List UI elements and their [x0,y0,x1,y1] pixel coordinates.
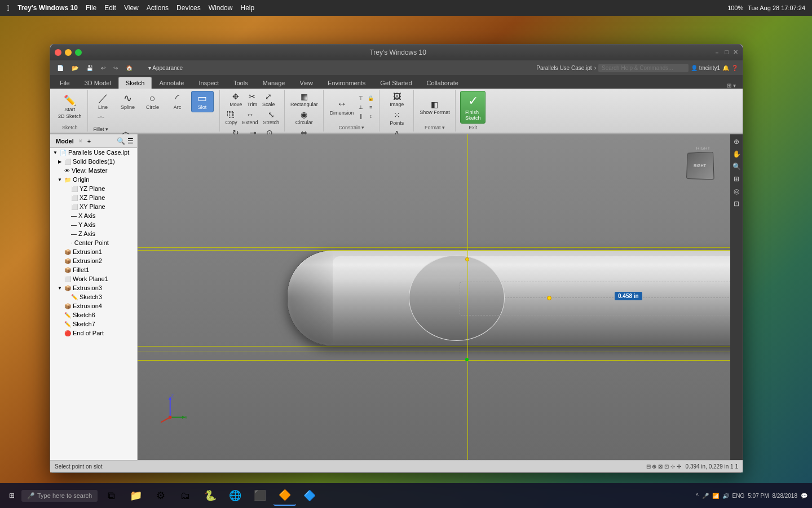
zoom-button[interactable]: 🔍 [731,161,742,172]
taskbar-app1-button[interactable]: ⬛ [249,485,271,506]
tab-add[interactable]: + [85,137,93,146]
minimize-icon[interactable]: － [714,49,720,57]
search-input[interactable] [598,64,689,72]
panel-menu-icon[interactable]: ☰ [127,137,134,145]
qa-save[interactable]: 💾 [84,64,95,72]
tree-end-of-part[interactable]: 🔴 End of Part [50,329,137,338]
tree-z-axis[interactable]: — Z Axis [50,229,137,238]
viewcube[interactable]: RIGHT RIGHT [686,146,720,179]
tree-sketch6[interactable]: ✏️ Sketch6 [50,310,137,319]
circular-button[interactable]: ◉ Circular [294,109,315,126]
fillet-button[interactable]: ⌒ Fillet ▾ [92,115,111,133]
tree-extrusion2[interactable]: 📦 Extrusion2 [50,256,137,265]
extend-button[interactable]: ↔ Extend [241,109,260,126]
start-2d-sketch-button[interactable]: ✏️ Start 2D Sketch [56,94,84,121]
trim-button[interactable]: ✂ Trim [245,91,259,108]
inventor2-taskbar-button[interactable]: 🔷 [298,485,321,506]
menu-help[interactable]: Help [240,4,254,12]
tree-y-axis[interactable]: — Y Axis [50,220,137,229]
tab-file[interactable]: File [52,77,77,89]
constrain-btn5[interactable]: ≡ [366,103,376,111]
tree-center-point[interactable]: · Center Point [50,238,137,247]
apple-menu[interactable]:  [7,3,10,12]
notification-icon[interactable]: 🔔 [722,65,729,71]
tab-3dmodel[interactable]: 3D Model [77,77,118,89]
panel-search-icon[interactable]: 🔍 [117,137,125,145]
tree-xz-plane[interactable]: ⬜ XZ Plane [50,193,137,202]
tree-extrusion1[interactable]: 📦 Extrusion1 [50,247,137,256]
tab-environments[interactable]: Environments [320,77,373,89]
qa-open[interactable]: 📂 [69,64,81,72]
copy-button[interactable]: ⿻ Copy [224,109,239,126]
maximize-button[interactable] [75,49,82,56]
fit-button[interactable]: ⊞ [731,174,742,184]
constrain-btn4[interactable]: 🔒 [366,94,376,102]
tree-sketch7[interactable]: ✏️ Sketch7 [50,319,137,329]
tree-root[interactable]: ▼ 📄 Parallels Use Case.ipt [50,148,137,157]
tree-sketch3[interactable]: ✏️ Sketch3 [50,292,137,301]
chrome-button[interactable]: 🌐 [224,485,246,506]
look-at-button[interactable]: ◎ [731,186,742,196]
menu-view[interactable]: View [124,4,139,12]
tree-origin[interactable]: ▼ 📁 Origin [50,175,137,184]
minimize-button[interactable] [65,49,72,56]
image-button[interactable]: 🖼 Image [388,91,405,108]
tab-tools[interactable]: Tools [226,77,255,89]
tab-manage[interactable]: Manage [255,77,293,89]
tree-xy-plane[interactable]: ⬜ XY Plane [50,202,137,211]
restore-icon[interactable]: □ [725,49,729,57]
show-format-button[interactable]: ◧ Show Format [418,99,452,116]
snake-icon-1-button[interactable]: 🐍 [199,485,222,506]
menu-edit[interactable]: Edit [104,4,116,12]
tab-model[interactable]: Model [54,137,76,146]
menu-file[interactable]: File [86,4,96,12]
tray-expand[interactable]: ^ [696,493,699,499]
slot-button[interactable]: ▭ Slot [191,91,214,112]
menu-window[interactable]: Window [209,4,233,12]
tab-collaborate[interactable]: Collaborate [420,77,466,89]
close-button[interactable] [55,49,61,56]
constrain-btn2[interactable]: ⊥ [357,103,365,111]
qa-undo[interactable]: ↩ [99,64,108,72]
arc-button[interactable]: ◜ Arc [166,91,189,112]
tree-solid-bodies[interactable]: ▶ ⬜ Solid Bodies(1) [50,157,137,166]
menu-actions[interactable]: Actions [147,4,169,12]
move-button[interactable]: ✥ Move [228,91,244,108]
tab-getstarted[interactable]: Get Started [373,77,419,89]
help-icon[interactable]: ❓ [731,65,738,71]
settings-button[interactable]: ⚙ [149,485,172,506]
circle-button[interactable]: ○ Circle [142,91,164,112]
tree-extrusion4[interactable]: 📦 Extrusion4 [50,301,137,310]
zoom-region-button[interactable]: ⊡ [731,199,742,209]
pan-button[interactable]: ✋ [731,149,742,159]
task-view-button[interactable]: ⧉ [100,485,122,506]
rectangular-button[interactable]: ▦ Rectangular [289,91,320,108]
tree-yz-plane[interactable]: ⬜ YZ Plane [50,184,137,193]
constrain-btn6[interactable]: ↕ [366,112,376,120]
tab-annotate[interactable]: Annotate [152,77,191,89]
user-icon[interactable]: 👤 tmcinty1 [691,65,720,71]
tree-fillet1[interactable]: 📦 Fillet1 [50,265,137,274]
close-icon[interactable]: ✕ [733,49,738,57]
tree-workplane1[interactable]: ⬜ Work Plane1 [50,274,137,283]
app-name[interactable]: Trey's Windows 10 [17,4,78,12]
constrain-btn3[interactable]: ∥ [357,112,365,120]
tab-view[interactable]: View [292,77,320,89]
finish-sketch-button[interactable]: ✓ FinishSketch [460,91,486,124]
search-box[interactable]: 🎤 Type here to search [21,490,98,502]
tab-inspect[interactable]: Inspect [192,77,226,89]
style-dropdown[interactable]: ▾ Appearance [146,64,185,72]
spline-button[interactable]: ∿ Spline [117,91,139,112]
start-button[interactable]: ⊞ [5,489,19,502]
points-button[interactable]: ⁙ Points [388,110,405,127]
menu-devices[interactable]: Devices [176,4,201,12]
inventor-taskbar-button[interactable]: 🔶 [273,485,296,506]
file-manager-button[interactable]: 🗂 [174,485,197,506]
tab-sketch[interactable]: Sketch [118,77,152,89]
orbit-button[interactable]: ⊕ [731,137,742,147]
tree-extrusion3[interactable]: ▼ 📦 Extrusion3 [50,283,137,292]
dimension-button[interactable]: ↔ Dimension [328,97,356,117]
tray-volume[interactable]: 🔊 [722,493,729,499]
viewcube-box[interactable]: RIGHT [686,152,714,180]
constrain-btn1[interactable]: ⊤ [357,94,365,102]
